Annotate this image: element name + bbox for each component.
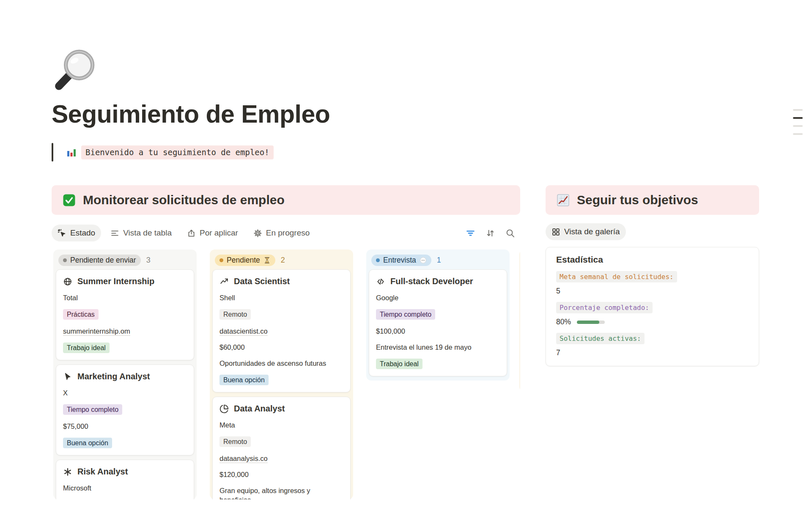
tag-remoto: Remoto bbox=[219, 436, 251, 447]
outline-line[interactable] bbox=[793, 133, 803, 135]
speech-balloon-icon bbox=[420, 257, 427, 264]
card-field: Entrevista el lunes 19 de mayo bbox=[376, 343, 500, 352]
stats-rows: Meta semanal de solicitudes:5Porcentaje … bbox=[556, 271, 749, 357]
gallery-tabs: Vista de galería bbox=[546, 223, 759, 240]
card-title: Risk Analyst bbox=[77, 467, 128, 477]
tab-vista-de-galeria[interactable]: Vista de galería bbox=[546, 223, 626, 240]
card-title-row: Data Scientist bbox=[219, 277, 343, 286]
tab-estado[interactable]: Estado bbox=[52, 225, 101, 241]
card-title-row: Full-stack Developer bbox=[376, 277, 500, 286]
card-field: summerinternship.om bbox=[63, 326, 187, 336]
tag-practicas: Prácticas bbox=[63, 309, 99, 320]
page-title[interactable]: Seguimiento de Empleo bbox=[52, 100, 812, 129]
card-title: Summer Internship bbox=[77, 277, 154, 286]
cursor-click-icon bbox=[58, 229, 66, 238]
next-column-sliver[interactable] bbox=[519, 249, 520, 392]
card-field: dataanalysis.co bbox=[219, 454, 343, 463]
column-status-pill[interactable]: Entrevista bbox=[371, 255, 431, 266]
tag-buena-opcion: Buena opción bbox=[63, 438, 112, 448]
column-count: 3 bbox=[146, 256, 151, 265]
search-icon[interactable] bbox=[505, 228, 515, 238]
outline-line[interactable] bbox=[793, 125, 803, 127]
tab-en-progreso[interactable]: En progreso bbox=[247, 225, 316, 241]
job-card-data-scientist[interactable]: Data ScientistShellRemotodatascientist.c… bbox=[212, 269, 351, 392]
donut-chart-icon bbox=[219, 404, 229, 414]
card-title-row: Summer Internship bbox=[63, 277, 187, 286]
board-section-title: Monitorear solicitudes de empleo bbox=[83, 193, 285, 207]
welcome-quote: Bienvenido a tu seguimiento de empleo! bbox=[52, 143, 812, 162]
card-title-row: Marketing Analyst bbox=[63, 372, 187, 381]
stat-label: Solicitudes activas: bbox=[556, 333, 645, 344]
card-field: $60,000 bbox=[219, 343, 343, 352]
magnifier-emoji-icon[interactable] bbox=[52, 47, 99, 95]
stat-value-row: 7 bbox=[556, 348, 749, 357]
table-list-icon bbox=[110, 229, 119, 238]
stat-label-row: Porcentaje completado: bbox=[556, 302, 749, 313]
bar-chart-emoji-icon bbox=[66, 147, 77, 158]
card-field: Tiempo completo bbox=[376, 309, 500, 320]
card-title-row: Risk Analyst bbox=[63, 467, 187, 477]
tab-vista-de-tabla[interactable]: Vista de tabla bbox=[104, 225, 178, 241]
stat-value: 5 bbox=[556, 287, 560, 296]
column-status-pill[interactable]: Pendiente bbox=[215, 255, 275, 266]
stat-value-row: 5 bbox=[556, 287, 749, 296]
stat-value: 7 bbox=[556, 348, 560, 357]
stats-card[interactable]: Estadística Meta semanal de solicitudes:… bbox=[546, 247, 759, 366]
card-field: Shell bbox=[219, 293, 343, 302]
code-icon bbox=[376, 277, 385, 286]
notion-page: Seguimiento de Empleo Bienvenido a tu se… bbox=[0, 0, 812, 507]
tag-trabajo-ideal: Trabajo ideal bbox=[376, 359, 422, 369]
tag-trabajo-ideal: Trabajo ideal bbox=[63, 343, 110, 353]
cursor-icon bbox=[63, 372, 72, 381]
content-row: Monitorear solicitudes de empleo EstadoV… bbox=[52, 185, 812, 499]
card-field: X bbox=[63, 388, 187, 397]
outline-line[interactable] bbox=[793, 109, 803, 111]
share-icon bbox=[187, 229, 196, 238]
status-dot bbox=[376, 258, 380, 262]
job-card-risk-analyst[interactable]: Risk AnalystMicrosoftFreelance bbox=[56, 460, 194, 499]
tab-por-aplicar[interactable]: Por aplicar bbox=[181, 225, 244, 241]
sort-icon[interactable] bbox=[486, 228, 495, 238]
tag-tiempo-completo: Tiempo completo bbox=[63, 404, 122, 415]
url-link[interactable]: dataanalysis.co bbox=[219, 455, 268, 463]
card-field: Oportunidades de ascenso futuras bbox=[219, 359, 343, 368]
url-link[interactable]: summerinternship.om bbox=[63, 327, 130, 336]
card-field: Total bbox=[63, 293, 187, 302]
card-field: Gran equipo, altos ingresos y beneficios bbox=[219, 486, 343, 499]
tag-tiempo-completo: Tiempo completo bbox=[376, 309, 435, 320]
kanban-column-pendiente: Pendiente2Data ScientistShellRemotodatas… bbox=[210, 249, 353, 499]
card-field: $120,000 bbox=[219, 470, 343, 479]
tab-label: Por aplicar bbox=[200, 228, 238, 238]
card-field: Tiempo completo bbox=[63, 404, 187, 415]
status-dot bbox=[63, 258, 67, 262]
column-count: 1 bbox=[437, 256, 441, 265]
check-emoji-icon bbox=[63, 194, 76, 207]
card-field: Remoto bbox=[219, 309, 343, 320]
column-status-pill[interactable]: Pendiente de enviar bbox=[58, 255, 141, 266]
goals-section: Seguir tus objetivos Vista de galería Es… bbox=[546, 185, 759, 366]
column-label: Pendiente de enviar bbox=[70, 256, 136, 265]
stat-label: Meta semanal de solicitudes: bbox=[556, 271, 677, 282]
stats-card-title: Estadística bbox=[556, 255, 749, 265]
card-field: Trabajo ideal bbox=[376, 359, 500, 369]
card-field: Buena opción bbox=[219, 375, 343, 385]
page-outline-indicator[interactable] bbox=[793, 109, 803, 135]
tab-label: Vista de tabla bbox=[123, 228, 172, 238]
job-card-data-analyst[interactable]: Data AnalystMetaRemotodataanalysis.co$12… bbox=[212, 397, 351, 499]
job-card-marketing-analyst[interactable]: Marketing AnalystXTiempo completo$75,000… bbox=[56, 364, 194, 455]
gear-icon bbox=[253, 229, 262, 238]
job-card-summer-internship[interactable]: Summer InternshipTotalPrácticassummerint… bbox=[56, 269, 194, 360]
board-section: Monitorear solicitudes de empleo EstadoV… bbox=[52, 185, 520, 499]
job-card-full-stack-developer[interactable]: Full-stack DeveloperGoogleTiempo complet… bbox=[369, 269, 507, 376]
hourglass-icon bbox=[263, 257, 271, 264]
column-label: Entrevista bbox=[383, 256, 416, 265]
tab-label: Estado bbox=[70, 228, 95, 238]
quote-bar bbox=[52, 143, 53, 162]
card-field: Prácticas bbox=[63, 309, 187, 320]
asterisk-icon bbox=[63, 467, 72, 477]
card-field: $100,000 bbox=[376, 326, 500, 336]
filter-icon[interactable] bbox=[466, 228, 475, 238]
outline-line[interactable] bbox=[793, 117, 803, 119]
column-header: Pendiente de enviar3 bbox=[56, 252, 194, 269]
url-link[interactable]: datascientist.co bbox=[219, 327, 268, 336]
